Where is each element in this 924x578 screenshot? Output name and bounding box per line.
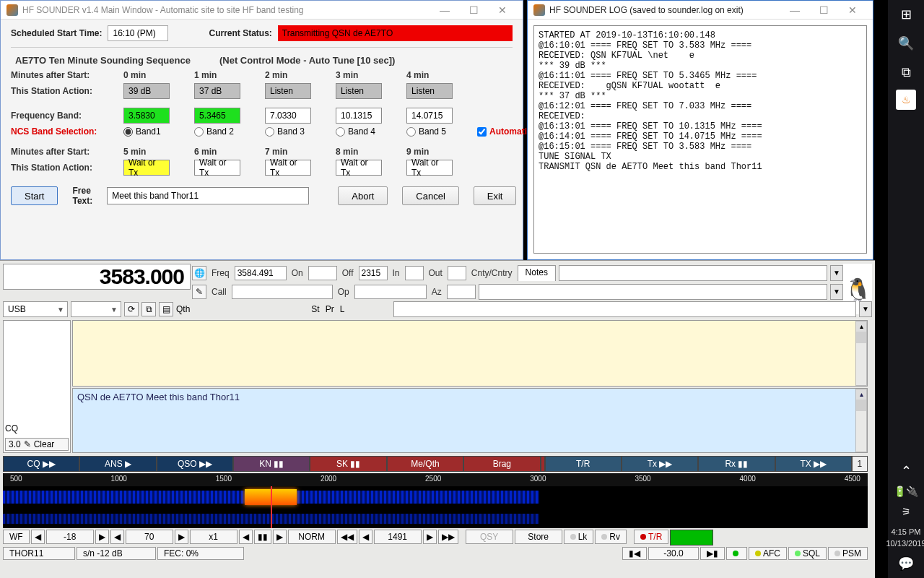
wf-last-icon[interactable]: ▶▶ [438,530,458,544]
macro-tx2[interactable]: TX ▶▶ [775,456,852,472]
refresh-icon[interactable]: ⟳ [124,302,139,316]
tr-button[interactable]: T/R [634,530,668,544]
wf-right2-icon[interactable]: ▶ [175,530,188,544]
close-button[interactable]: ✕ [488,4,517,16]
tray-time[interactable]: 4:15 PM [892,526,921,538]
status-last-icon[interactable]: ▶▮ [700,547,725,560]
macro-cq[interactable]: CQ ▶▶ [3,456,79,472]
macro-brag[interactable]: Brag [463,456,540,472]
wf-next-icon[interactable]: ▶ [423,530,437,544]
notifications-icon[interactable]: 💬 [889,549,923,578]
wf-zoom[interactable]: x1 [190,530,237,544]
freq-0[interactable]: 3.5830 [123,108,170,124]
main-titlebar[interactable]: HF SOUNDER v1.4 Main Window - Automatic … [1,1,523,20]
wf-norm[interactable]: NORM [288,530,336,544]
lk-button[interactable]: Lk [564,530,594,544]
tray-date[interactable]: 10/13/2019 [886,538,924,549]
band5-radio[interactable]: Band 5 [406,126,473,137]
wf-left-icon[interactable]: ◀ [31,530,45,544]
freq-3[interactable]: 10.1315 [336,108,382,124]
store-button[interactable]: Store [515,530,562,544]
op-input[interactable] [354,285,427,299]
status-first-icon[interactable]: ▮◀ [622,547,647,560]
band3-radio[interactable]: Band 3 [265,126,331,137]
exit-button[interactable]: Exit [474,186,517,205]
notes-dropdown-icon[interactable]: ▼ [830,265,843,281]
rv-button[interactable]: Rv [595,530,627,544]
mode-select[interactable]: USB [3,301,68,317]
log-text-area[interactable]: STARTED AT 2019-10-13T16:10:00.148 @16:1… [533,25,867,254]
transmit-pane[interactable]: QSN de AE7TO Meet this band Thor11 ▴ [72,388,868,453]
notes-tab[interactable]: Notes [518,265,556,281]
minimize-button[interactable]: — [430,4,459,16]
wf-skip-right-icon[interactable]: ▶ [273,530,287,544]
start-icon[interactable]: ⊞ [889,0,923,29]
info1-dropdown-icon[interactable]: ▼ [830,284,843,300]
task-view-icon[interactable]: ⧉ [889,58,923,87]
tray-expand-icon[interactable]: ⌃ [889,457,923,486]
wf-cursor[interactable]: 1491 [374,530,422,544]
afc-button[interactable]: AFC [749,547,787,560]
band4-radio[interactable]: Band 4 [336,126,402,137]
qsy-button[interactable]: QSY [466,530,513,544]
psm-button[interactable]: PSM [828,547,868,560]
battery-icon[interactable]: 🔋🔌 [894,486,918,497]
waterfall-display[interactable] [3,486,868,528]
wf-left2-icon[interactable]: ◀ [110,530,124,544]
macro-page[interactable]: 1 [852,456,868,472]
band1-radio[interactable]: Band1 [123,126,190,137]
book-icon[interactable]: ▤ [159,302,173,316]
automatic-checkbox[interactable]: Automatic [477,126,532,137]
wf-pause-icon[interactable]: ▮▮ [254,530,271,544]
info2-dropdown-icon[interactable]: ▼ [859,301,872,317]
wf-val1[interactable]: -18 [46,530,94,544]
brush-icon[interactable]: ✎ [192,285,206,299]
info-field-2[interactable] [393,301,856,317]
out-input[interactable] [448,266,466,280]
status-mode[interactable]: THOR11 [3,547,75,560]
info-field-1[interactable] [479,284,827,300]
macro-tr[interactable]: T/R [545,456,622,472]
band2-radio[interactable]: Band 2 [194,126,261,137]
java-app-icon[interactable]: ♨ [896,90,916,110]
search-icon[interactable]: 🔍 [889,29,923,58]
freq-4[interactable]: 14.0715 [406,108,453,124]
log-close-button[interactable]: ✕ [838,4,867,16]
submode-select[interactable] [71,301,121,317]
freq-input[interactable]: 3584.491 [235,266,287,280]
wf-button[interactable]: WF [3,530,30,544]
wf-right-icon[interactable]: ▶ [95,530,109,544]
maximize-button[interactable]: ☐ [459,4,488,16]
wf-val2[interactable]: 70 [126,530,173,544]
macro-meqth[interactable]: Me/Qth [387,456,463,472]
clear-button[interactable]: 3.0✎Clear [5,438,69,451]
macro-qso[interactable]: QSO ▶▶ [157,456,233,472]
wf-first-icon[interactable]: ◀◀ [337,530,357,544]
copy-icon[interactable]: ⧉ [141,302,156,316]
globe-icon[interactable]: 🌐 [192,266,206,280]
vfo-frequency[interactable]: 3583.000 [3,264,191,290]
macro-tx[interactable]: Tx ▶▶ [622,456,698,472]
status-diamond-icon[interactable] [726,547,747,560]
macro-rx[interactable]: Rx ▮▮ [698,456,775,472]
status-value[interactable]: -30.0 [648,547,699,560]
wifi-icon[interactable]: ⚞ [889,497,923,526]
log-maximize-button[interactable]: ☐ [809,4,838,16]
notes-field[interactable] [559,265,827,281]
off-input[interactable]: 2315 [359,266,388,280]
receive-pane[interactable]: ▴ [72,320,868,387]
log-titlebar[interactable]: HF SOUNDER LOG (saved to sounder.log on … [528,1,873,20]
log-minimize-button[interactable]: — [780,4,809,16]
power-meter[interactable] [670,530,713,545]
in-input[interactable] [405,266,424,280]
freq-1[interactable]: 5.3465 [194,108,240,124]
cq-label[interactable]: CQ [5,423,18,434]
macro-kn[interactable]: KN ▮▮ [233,456,310,472]
cancel-button[interactable]: Cancel [402,186,458,205]
start-button[interactable]: Start [11,186,58,205]
on-input[interactable] [308,266,337,280]
freq-2[interactable]: 7.0330 [265,108,311,124]
sql-button[interactable]: SQL [788,547,827,560]
wf-prev-icon[interactable]: ◀ [359,530,372,544]
macro-ans[interactable]: ANS ▶ [79,456,156,472]
